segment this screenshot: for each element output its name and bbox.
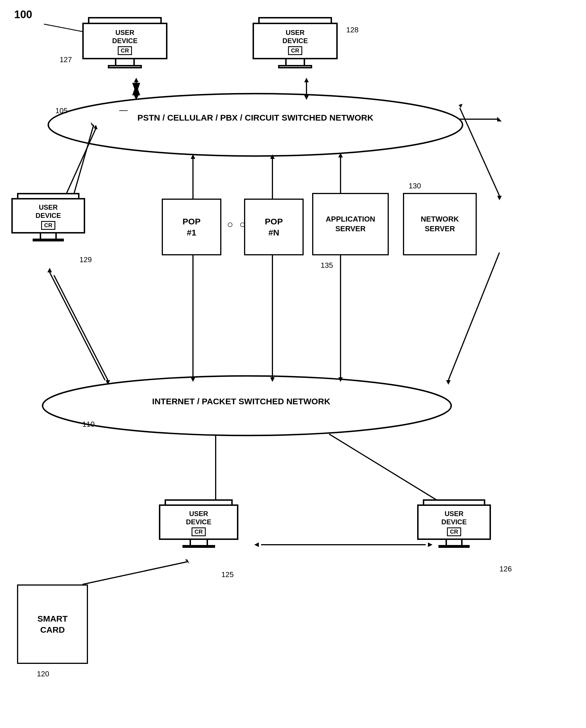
ref-127: 127 (59, 55, 72, 64)
svg-marker-47 (47, 268, 52, 272)
ref-105: 105 (55, 106, 68, 115)
monitor-125: USERDEVICE CR (159, 499, 238, 548)
user-device-125: USERDEVICE CR (159, 499, 238, 548)
svg-marker-23 (497, 117, 502, 122)
svg-marker-29 (270, 154, 275, 159)
svg-marker-13 (304, 95, 309, 100)
net-server-box: NETWORKSERVER (403, 193, 477, 255)
diagram: 100 PSTN / CELLULAR / PBX / CIRCUIT SWIT… (0, 0, 586, 728)
ud125-label: USERDEVICE (186, 510, 211, 526)
svg-marker-38 (270, 377, 275, 382)
svg-marker-43 (446, 380, 451, 385)
ref-120: 120 (37, 670, 49, 678)
svg-marker-26 (191, 154, 195, 159)
monitor-128: USERDEVICE CR (253, 17, 338, 68)
monitor-129: USERDEVICE CR (11, 193, 85, 241)
pop1-box: POP#1 (162, 199, 221, 255)
internet-network-label: INTERNET / PACKET SWITCHED NETWORK (85, 397, 397, 406)
svg-point-4 (48, 94, 463, 156)
svg-marker-21 (459, 104, 463, 108)
smart-card-box: SMARTCARD (17, 584, 88, 664)
ref-110: 110 (82, 420, 95, 429)
svg-marker-20 (497, 196, 502, 200)
svg-line-46 (50, 272, 105, 380)
ud126-label: USERDEVICE (441, 510, 466, 526)
ud129-cr: CR (41, 221, 56, 230)
ud127-label: USERDEVICE (112, 29, 137, 45)
svg-line-42 (449, 253, 500, 380)
app-server-box: APPLICATIONSERVER (312, 193, 389, 255)
popn-box: POP#N (244, 199, 304, 255)
ref-126: 126 (500, 565, 512, 573)
svg-marker-12 (304, 78, 309, 82)
ref-125: 125 (221, 570, 233, 579)
user-device-128: USERDEVICE CR (253, 17, 338, 68)
svg-marker-35 (191, 377, 195, 382)
svg-line-44 (54, 275, 108, 380)
svg-marker-32 (338, 153, 343, 157)
ud126-cr: CR (447, 527, 461, 536)
svg-marker-16 (91, 122, 95, 128)
svg-marker-18 (94, 125, 98, 129)
ud129-label: USERDEVICE (35, 203, 61, 220)
svg-marker-10 (134, 95, 138, 100)
monitor-127: USERDEVICE CR (82, 17, 168, 68)
ref-129: 129 (79, 255, 92, 264)
svg-marker-41 (338, 377, 343, 382)
ref-128: 128 (346, 26, 358, 34)
svg-line-55 (82, 562, 187, 584)
user-device-127: USERDEVICE CR (82, 17, 168, 68)
user-device-126: USERDEVICE CR (417, 499, 491, 548)
svg-marker-9 (134, 78, 138, 82)
svg-line-3 (44, 24, 88, 33)
monitor-126: USERDEVICE CR (417, 499, 491, 548)
svg-marker-53 (254, 542, 259, 547)
ud127-cr: CR (118, 46, 132, 55)
svg-line-19 (460, 108, 500, 196)
user-device-129: USERDEVICE CR (11, 193, 85, 241)
ud128-label: USERDEVICE (282, 29, 308, 45)
pstn-network-label: PSTN / CELLULAR / PBX / CIRCUIT SWITCHED… (82, 113, 429, 123)
ud125-cr: CR (192, 527, 206, 536)
ref-130: 130 (409, 182, 421, 190)
main-reference: 100 (14, 8, 32, 21)
ref-135: 135 (321, 261, 333, 270)
ud128-cr: CR (288, 46, 303, 55)
svg-marker-45 (106, 380, 110, 385)
svg-marker-56 (185, 560, 189, 564)
